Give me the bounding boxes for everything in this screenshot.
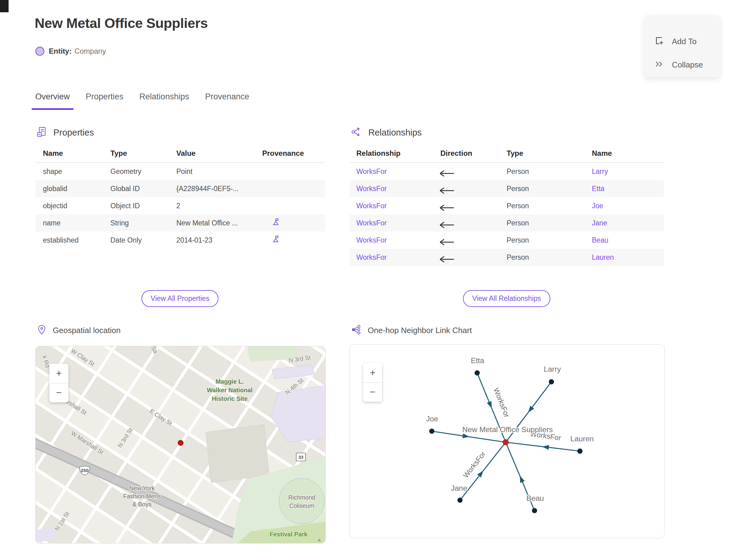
page-title: New Metal Office Suppliers xyxy=(35,15,208,31)
actions-panel: Add To Collapse xyxy=(644,15,720,77)
provenance-icon[interactable] xyxy=(262,218,325,228)
relationship-type: Person xyxy=(507,253,592,262)
property-row: established Date Only 2014-01-23 xyxy=(35,232,325,249)
direction-cell xyxy=(440,219,507,227)
tab-overview[interactable]: Overview xyxy=(32,91,74,110)
related-entity-link[interactable]: Etta xyxy=(592,185,664,193)
link-chart[interactable]: WorksForWorksForWorksForEttaLarryJoeLaur… xyxy=(350,344,665,538)
node-label: Larry xyxy=(544,365,561,373)
relationship-row: WorksFor Person Joe xyxy=(350,197,664,214)
add-to-button[interactable]: Add To xyxy=(654,36,696,47)
center-node-label: New Metal Office Suppliers xyxy=(462,425,553,434)
properties-table: Name Type Value Provenance shape Geometr… xyxy=(35,144,325,249)
related-entity-link[interactable]: Larry xyxy=(592,167,664,176)
map-coliseum-circle xyxy=(279,478,324,524)
related-entity-link[interactable]: Beau xyxy=(592,236,664,244)
relationship-row: WorksFor Person Larry xyxy=(350,163,664,180)
relationship-type: Person xyxy=(507,236,592,244)
route-shield-33: 33 xyxy=(296,453,305,461)
window-corner xyxy=(0,0,9,12)
property-value: 2 xyxy=(176,202,262,210)
node-label: Jane xyxy=(451,484,467,492)
tabs: OverviewPropertiesRelationshipsProvenanc… xyxy=(32,91,262,110)
relationship-row: WorksFor Person Lauren xyxy=(350,249,664,266)
property-type: Date Only xyxy=(110,236,176,244)
properties-icon xyxy=(36,126,47,139)
node-joe[interactable] xyxy=(429,429,435,434)
edge-arrow-icon xyxy=(487,401,494,409)
tab-relationships[interactable]: Relationships xyxy=(136,91,193,110)
relationship-type: Person xyxy=(507,219,592,227)
entity-type-icon xyxy=(35,47,44,56)
tab-provenance[interactable]: Provenance xyxy=(201,91,253,110)
link-chart-canvas[interactable]: WorksForWorksForWorksForEttaLarryJoeLaur… xyxy=(350,345,664,538)
direction-arrow-icon xyxy=(440,224,454,225)
relationship-type: Person xyxy=(507,185,592,193)
property-row: objectid Object ID 2 xyxy=(35,197,325,214)
relationship-row: WorksFor Person Jane xyxy=(350,214,664,232)
chart-zoom-out-button[interactable]: − xyxy=(363,383,382,402)
relationship-link[interactable]: WorksFor xyxy=(356,202,440,210)
center-node[interactable] xyxy=(503,439,509,445)
node-jane[interactable] xyxy=(458,498,463,503)
relationship-type: Person xyxy=(507,167,592,176)
geospatial-section-header: Geospatial location xyxy=(37,324,121,336)
direction-arrow-icon xyxy=(440,242,454,243)
related-entity-link[interactable]: Joe xyxy=(592,202,664,210)
relationship-link[interactable]: WorksFor xyxy=(356,253,440,262)
entity-label: Entity: xyxy=(49,47,72,56)
view-all-relationships-button[interactable]: View All Relationships xyxy=(463,290,550,307)
relationship-link[interactable]: WorksFor xyxy=(356,219,440,227)
property-value: 2014-01-23 xyxy=(176,236,262,244)
entity-type: Company xyxy=(75,47,106,56)
svg-text:33: 33 xyxy=(298,455,304,460)
map-label-ny-fashion: New York xyxy=(129,485,155,492)
property-value: New Metal Office ... xyxy=(176,219,262,227)
tab-properties[interactable]: Properties xyxy=(82,91,127,110)
node-lauren[interactable] xyxy=(577,449,583,454)
relationships-section-header: Relationships xyxy=(351,126,422,139)
map-marker[interactable] xyxy=(178,440,183,446)
property-value: Point xyxy=(176,167,262,176)
chart-zoom-in-button[interactable]: + xyxy=(363,363,382,382)
property-type: String xyxy=(110,219,176,227)
svg-text:Walker National: Walker National xyxy=(207,387,252,393)
view-all-properties-button[interactable]: View All Properties xyxy=(141,290,218,307)
entity-row: Entity: Company xyxy=(35,47,106,56)
relationships-section-title: Relationships xyxy=(368,128,422,138)
map-label-festival: Festival Park xyxy=(270,531,308,538)
properties-table-header: Name Type Value Provenance xyxy=(35,144,325,163)
direction-arrow-icon xyxy=(440,259,454,260)
map-canvas[interactable]: k Rd W Clay St Sa Marshall St W Marshall… xyxy=(36,346,325,543)
relationships-table-body: WorksFor Person Larry WorksFor Person Et… xyxy=(350,163,664,266)
direction-cell xyxy=(440,185,507,193)
related-entity-link[interactable]: Jane xyxy=(592,219,664,227)
node-etta[interactable] xyxy=(475,370,480,376)
map[interactable]: k Rd W Clay St Sa Marshall St W Marshall… xyxy=(35,346,326,543)
map-zoom-out-button[interactable]: − xyxy=(49,383,68,403)
provenance-icon[interactable] xyxy=(262,235,325,245)
map-pin-icon xyxy=(37,324,47,336)
relationship-link[interactable]: WorksFor xyxy=(356,185,440,193)
direction-cell xyxy=(440,167,507,176)
property-type: Object ID xyxy=(110,202,176,210)
map-zoom-in-button[interactable]: + xyxy=(49,364,68,383)
relationships-table: Relationship Direction Type Name WorksFo… xyxy=(350,144,664,266)
add-to-icon xyxy=(654,36,665,47)
node-beau[interactable] xyxy=(532,508,537,513)
edge-label: WorksFor xyxy=(492,387,511,419)
node-label: Lauren xyxy=(570,435,594,443)
edge-label: WorksFor xyxy=(462,450,487,479)
node-larry[interactable] xyxy=(549,379,554,385)
relationship-row: WorksFor Person Etta xyxy=(350,180,664,197)
direction-cell xyxy=(440,236,507,244)
related-entity-link[interactable]: Lauren xyxy=(592,253,664,262)
relationships-icon xyxy=(351,126,362,139)
relationship-type: Person xyxy=(507,202,592,210)
collapse-label: Collapse xyxy=(672,60,703,70)
collapse-button[interactable]: Collapse xyxy=(654,59,703,71)
svg-text:250: 250 xyxy=(81,468,88,473)
relationship-link[interactable]: WorksFor xyxy=(356,167,440,176)
relationship-link[interactable]: WorksFor xyxy=(356,236,440,244)
svg-text:Historic Site: Historic Site xyxy=(212,395,248,402)
